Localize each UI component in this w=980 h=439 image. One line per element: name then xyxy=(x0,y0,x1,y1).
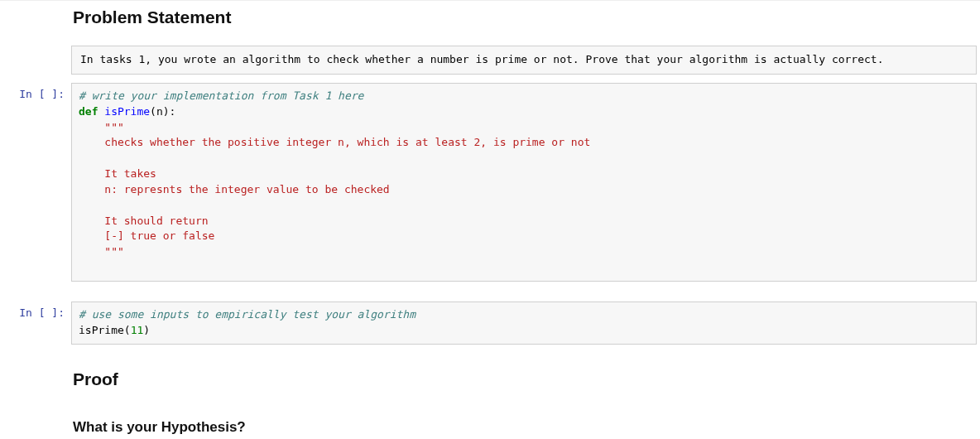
heading-hypothesis: What is your Hypothesis? xyxy=(73,419,978,436)
prompt-empty: In [ ]: xyxy=(0,46,71,68)
paren-close: ) xyxy=(143,324,150,336)
paren-close: ): xyxy=(163,105,176,118)
call-fn: isPrime xyxy=(79,324,124,336)
indent xyxy=(79,167,104,180)
indent xyxy=(79,261,104,273)
paren-open: ( xyxy=(150,105,156,118)
docstring-line: It takes xyxy=(104,167,156,180)
indent xyxy=(79,183,104,195)
indent xyxy=(79,121,104,133)
markdown-body[interactable]: What is your Hypothesis? xyxy=(71,412,980,439)
markdown-body[interactable]: Proof xyxy=(71,366,980,401)
heading-problem-statement: Problem Statement xyxy=(73,7,978,27)
number-11: 11 xyxy=(131,324,144,336)
markdown-body[interactable]: In tasks 1, you wrote an algorithm to ch… xyxy=(71,46,980,75)
code-comment: # use some inputs to empirically test yo… xyxy=(79,308,416,321)
code-cell-1: In [ ]: # write your implementation from… xyxy=(0,81,980,283)
param-n: n xyxy=(156,105,163,118)
code-editor-2[interactable]: # use some inputs to empirically test yo… xyxy=(71,302,977,345)
input-prompt: In [ ]: xyxy=(0,83,71,105)
keyword-def: def xyxy=(79,105,98,118)
code-body: # write your implementation from Task 1 … xyxy=(71,83,980,282)
docstring-close: """ xyxy=(104,245,123,258)
docstring-line: It should return xyxy=(104,215,208,227)
docstring-line: n: represnts the integer value to be che… xyxy=(104,183,389,195)
prompt-empty: In [ ]: xyxy=(0,412,71,435)
docstring-line: checks whether the positive integer n, w… xyxy=(104,136,590,148)
function-name: isPrime xyxy=(104,105,150,118)
indent xyxy=(79,229,104,242)
input-prompt: In [ ]: xyxy=(0,302,71,324)
prompt-empty: In [ ]: xyxy=(0,4,71,27)
code-cell-2: In [ ]: # use some inputs to empirically… xyxy=(0,300,980,346)
code-editor-1[interactable]: # write your implementation from Task 1 … xyxy=(71,83,977,282)
markdown-cell-problem-text: In [ ]: In tasks 1, you wrote an algorit… xyxy=(0,44,980,76)
heading-proof: Proof xyxy=(73,369,978,389)
docstring-open: """ xyxy=(104,121,123,133)
problem-statement-text: In tasks 1, you wrote an algorithm to ch… xyxy=(71,46,977,75)
indent xyxy=(79,136,104,148)
prompt-empty: In [ ]: xyxy=(0,366,71,388)
markdown-cell-proof: In [ ]: Proof xyxy=(0,364,980,403)
indent xyxy=(79,215,104,227)
paren-open: ( xyxy=(124,324,131,336)
indent xyxy=(79,245,104,258)
code-comment: # write your implementation from Task 1 … xyxy=(79,89,363,102)
markdown-cell-hypothesis: In [ ]: What is your Hypothesis? xyxy=(0,411,980,439)
docstring-line: [-] true or false xyxy=(104,229,214,242)
markdown-cell-problem-heading: In [ ]: Problem Statement xyxy=(0,2,980,41)
code-body: # use some inputs to empirically test yo… xyxy=(71,302,980,345)
markdown-body[interactable]: Problem Statement xyxy=(71,4,980,39)
notebook: In [ ]: Problem Statement In [ ]: In tas… xyxy=(0,0,980,439)
